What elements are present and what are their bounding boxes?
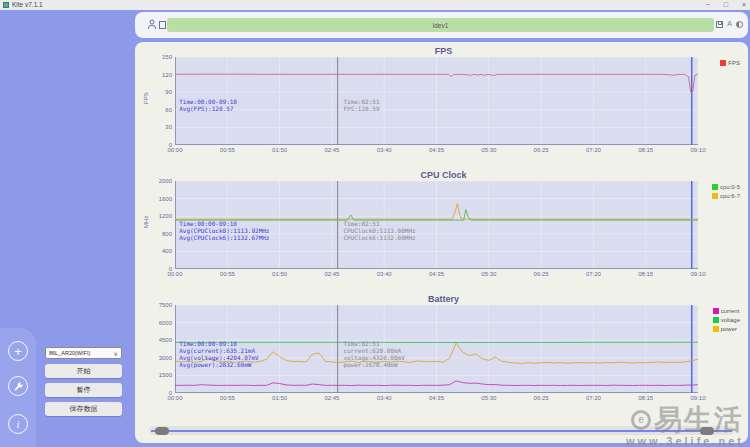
x-tick-label: 03:40 <box>377 271 392 277</box>
legend-label: cpu:0-5 <box>720 184 740 190</box>
add-button[interactable]: + <box>8 341 28 361</box>
plot-outer: Time:00:00-09:10Avg(current):635.21mAAvg… <box>175 305 698 407</box>
x-tick-label: 06:25 <box>534 395 549 401</box>
close-button[interactable]: × <box>742 0 746 10</box>
x-tick-label: 00:55 <box>220 395 235 401</box>
x-tick-label: 00:00 <box>167 395 182 401</box>
chart-annotation: Time:00:00-09:10Avg(CPUClock0):1113.92MH… <box>179 220 269 241</box>
legend-item: voltage <box>713 315 740 324</box>
wrench-icon <box>13 381 24 392</box>
legend-swatch <box>713 317 719 323</box>
y-tick-label: 1200 <box>148 213 172 220</box>
control-panel: 86L_AR20(WIFI) ∨ 开始 暂停 保存数据 <box>45 347 122 416</box>
legend-item: power <box>713 324 740 333</box>
x-tick-label: 08:15 <box>638 147 653 153</box>
x-tick-label: 07:20 <box>586 147 601 153</box>
legend-label: FPS <box>728 60 740 66</box>
x-tick-label: 08:15 <box>638 395 653 401</box>
theme-icon[interactable] <box>736 21 743 28</box>
x-tick-label: 07:20 <box>586 271 601 277</box>
x-tick-label: 08:15 <box>638 271 653 277</box>
y-tick-label: 1600 <box>148 196 172 203</box>
plot-area[interactable]: Time:00:00-09:10Avg(CPUClock0):1113.92MH… <box>175 181 698 269</box>
info-button[interactable]: i <box>8 414 28 434</box>
hover-tooltip: Time:02:51CPUClock0:1113.00MHzCPUClock6:… <box>343 220 415 241</box>
charts-panel: FPS Time:00:00-09:10Avg(FPS):120.57Time:… <box>135 42 748 443</box>
language-icon[interactable]: A <box>727 20 732 28</box>
y-axis-label: MHz <box>143 216 149 228</box>
window-title: Kite v7.1.1 <box>12 0 43 10</box>
hover-tooltip: Time:02:51current:620.00mAvoltage:4320.0… <box>343 340 404 368</box>
legend-item: cpu:0-5 <box>712 182 740 191</box>
y-tick-label: 3000 <box>148 355 172 362</box>
info-icon: i <box>16 418 19 430</box>
legend-swatch <box>712 193 718 199</box>
x-tick-label: 02:45 <box>324 147 339 153</box>
x-tick-label: 02:45 <box>324 271 339 277</box>
device-id-field[interactable] <box>167 18 714 32</box>
plot-outer: Time:00:00-09:10Avg(CPUClock0):1113.92MH… <box>175 181 698 283</box>
tools-button[interactable] <box>8 376 28 396</box>
device-icon[interactable] <box>159 21 166 29</box>
legend-label: power <box>721 326 737 332</box>
y-tick-label: 400 <box>148 248 172 255</box>
y-tick-label: 2000 <box>148 178 172 185</box>
device-select-value: 86L_AR20(WIFI) <box>49 350 90 356</box>
y-tick-label: 150 <box>148 54 172 61</box>
legend-swatch <box>712 184 718 190</box>
user-icon[interactable] <box>147 19 157 30</box>
chart-legend: cpu:0-5cpu:6-7 <box>712 182 740 200</box>
chart-annotation: Time:00:00-09:10Avg(FPS):120.57 <box>179 98 237 112</box>
y-tick-label: 120 <box>148 72 172 79</box>
x-tick-label: 01:50 <box>272 395 287 401</box>
side-drawer: + i <box>0 328 36 447</box>
y-tick-label: 800 <box>148 231 172 238</box>
x-tick-label: 05:30 <box>481 271 496 277</box>
chart-canvas[interactable] <box>175 57 698 145</box>
y-tick-label: 1500 <box>148 372 172 379</box>
app-window: Kite v7.1.1 − □ × + i 86L_AR20(WIFI) ∨ <box>0 0 750 447</box>
hover-tooltip: Time:02:51FPS:120.59 <box>343 98 379 112</box>
x-tick-label: 03:40 <box>377 147 392 153</box>
slider-range-line <box>151 430 732 432</box>
legend-swatch <box>713 308 719 314</box>
legend-label: voltage <box>721 317 740 323</box>
maximize-button[interactable]: □ <box>724 0 728 10</box>
plot-area[interactable]: Time:00:00-09:10Avg(current):635.21mAAvg… <box>175 305 698 393</box>
pause-button[interactable]: 暂停 <box>45 383 122 397</box>
x-tick-label: 05:30 <box>481 147 496 153</box>
x-tick-label: 06:25 <box>534 271 549 277</box>
plot-outer: Time:00:00-09:10Avg(FPS):120.57Time:02:5… <box>175 57 698 159</box>
x-tick-label: 06:25 <box>534 147 549 153</box>
x-tick-label: 00:55 <box>220 271 235 277</box>
time-range-slider[interactable] <box>149 426 734 436</box>
y-tick-label: 30 <box>148 124 172 131</box>
slider-left-handle[interactable] <box>155 427 169 435</box>
toolbar-right-icons: A <box>716 20 743 28</box>
legend-item: current <box>713 306 740 315</box>
y-tick-label: 6000 <box>148 320 172 327</box>
chevron-down-icon: ∨ <box>114 350 118 357</box>
device-select[interactable]: 86L_AR20(WIFI) ∨ <box>45 347 122 359</box>
x-tick-label: 02:45 <box>324 395 339 401</box>
save-data-button[interactable]: 保存数据 <box>45 402 122 416</box>
x-tick-label: 09:10 <box>690 271 705 277</box>
legend-item: FPS <box>720 58 740 67</box>
x-tick-label: 09:10 <box>690 395 705 401</box>
start-button[interactable]: 开始 <box>45 364 122 378</box>
minimize-button[interactable]: − <box>706 0 710 10</box>
x-tick-label: 04:35 <box>429 271 444 277</box>
chart-title: CPU Clock <box>145 169 742 181</box>
legend-swatch <box>713 326 719 332</box>
legend-label: current <box>721 308 740 314</box>
chart-title: FPS <box>145 45 742 57</box>
save-icon[interactable] <box>716 21 723 28</box>
x-tick-label: 09:10 <box>690 147 705 153</box>
chart-legend: FPS <box>720 58 740 67</box>
slider-right-handle[interactable] <box>700 427 714 435</box>
chart-title: Battery <box>145 293 742 305</box>
plot-area[interactable]: Time:00:00-09:10Avg(FPS):120.57Time:02:5… <box>175 57 698 145</box>
x-tick-label: 03:40 <box>377 395 392 401</box>
y-tick-label: 90 <box>148 89 172 96</box>
app-icon <box>3 2 9 8</box>
